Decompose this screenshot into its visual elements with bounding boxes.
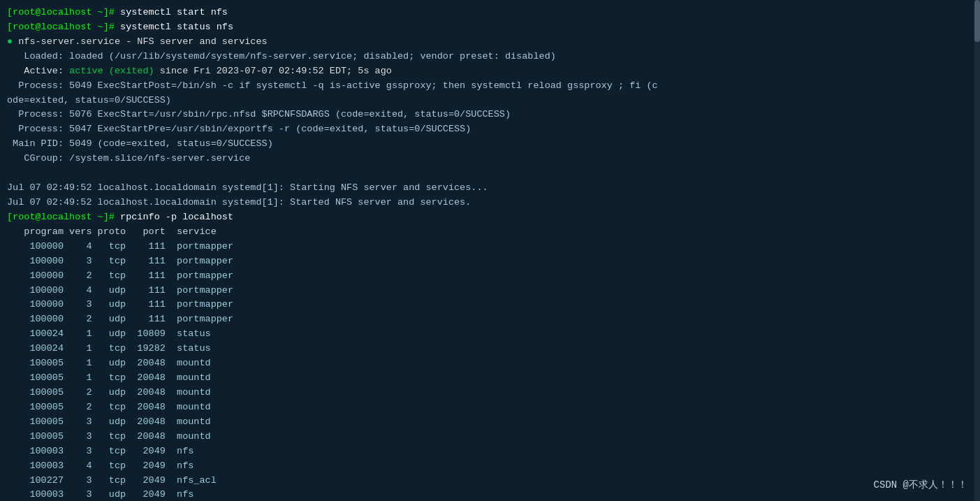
terminal-line: 100005 2 udp 20048 mountd [7, 386, 973, 400]
command-text: systemctl start nfs [120, 7, 228, 17]
command-text: rpcinfo -p localhost [120, 212, 233, 222]
terminal-line: 100005 1 udp 20048 mountd [7, 356, 973, 371]
watermark: CSDN @不求人！！！ [874, 478, 967, 493]
terminal-line: Jul 07 02:49:52 localhost.localdomain sy… [7, 181, 973, 196]
terminal-line: Main PID: 5049 (code=exited, status=0/SU… [7, 137, 973, 152]
terminal-line [7, 166, 973, 181]
terminal-line: 100003 3 udp 2049 nfs [7, 488, 973, 501]
scrollbar[interactable] [974, 0, 980, 501]
terminal-window: [root@localhost ~]# systemctl start nfs[… [0, 0, 980, 501]
active-rest: since Fri 2023-07-07 02:49:52 EDT; 5s ag… [154, 66, 392, 76]
prompt-text: [root@localhost ~]# [7, 22, 120, 32]
terminal-line: Process: 5076 ExecStart=/usr/sbin/rpc.nf… [7, 108, 973, 122]
command-text: systemctl status nfs [120, 22, 233, 32]
terminal-line: 100005 2 tcp 20048 mountd [7, 400, 973, 415]
terminal-line: Active: active (exited) since Fri 2023-0… [7, 64, 973, 79]
terminal-line: [root@localhost ~]# rpcinfo -p localhost [7, 210, 973, 225]
active-status: active (exited) [69, 66, 154, 76]
prompt-text: [root@localhost ~]# [7, 212, 120, 222]
service-name: nfs-server.service - NFS server and serv… [18, 36, 267, 47]
terminal-line: 100003 3 tcp 2049 nfs [7, 444, 973, 459]
terminal-line: 100000 2 udp 111 portmapper [7, 312, 973, 327]
terminal-line: 100000 3 udp 111 portmapper [7, 298, 973, 312]
scrollbar-thumb[interactable] [974, 0, 980, 42]
prompt-text: [root@localhost ~]# [7, 7, 120, 17]
terminal-line: [root@localhost ~]# systemctl status nfs [7, 20, 973, 35]
active-prefix: Active: [7, 66, 69, 76]
terminal-content: [root@localhost ~]# systemctl start nfs[… [7, 6, 973, 501]
terminal-line: Jul 07 02:49:52 localhost.localdomain sy… [7, 196, 973, 210]
terminal-line: 100000 2 tcp 111 portmapper [7, 269, 973, 284]
terminal-line: Loaded: loaded (/usr/lib/systemd/system/… [7, 50, 973, 64]
terminal-line: 100005 1 tcp 20048 mountd [7, 371, 973, 386]
bullet-indicator: ● [7, 36, 18, 47]
terminal-line: Process: 5047 ExecStartPre=/usr/sbin/exp… [7, 122, 973, 137]
terminal-line: 100005 3 udp 20048 mountd [7, 415, 973, 430]
terminal-line: [root@localhost ~]# systemctl start nfs [7, 6, 973, 20]
terminal-line: 100000 4 udp 111 portmapper [7, 284, 973, 298]
terminal-line: Process: 5049 ExecStartPost=/bin/sh -c i… [7, 79, 973, 94]
terminal-line: 100024 1 udp 10809 status [7, 327, 973, 342]
terminal-line: 100003 4 tcp 2049 nfs [7, 459, 973, 474]
terminal-line: ode=exited, status=0/SUCCESS) [7, 94, 973, 108]
terminal-line: 100000 3 tcp 111 portmapper [7, 254, 973, 269]
terminal-line: 100024 1 tcp 19282 status [7, 342, 973, 356]
terminal-line: 100227 3 tcp 2049 nfs_acl [7, 474, 973, 488]
terminal-line: 100000 4 tcp 111 portmapper [7, 240, 973, 254]
terminal-line: program vers proto port service [7, 225, 973, 240]
terminal-line: 100005 3 tcp 20048 mountd [7, 430, 973, 444]
terminal-line: CGroup: /system.slice/nfs-server.service [7, 152, 973, 166]
terminal-line: ● nfs-server.service - NFS server and se… [7, 35, 973, 50]
